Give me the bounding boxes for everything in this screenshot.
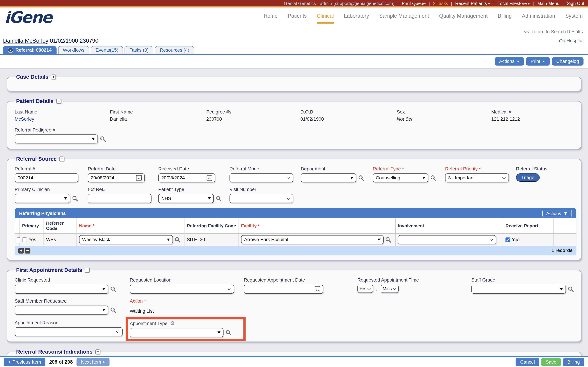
hours-select[interactable]: Hrs: [357, 284, 373, 293]
remove-row-button[interactable]: −: [25, 248, 30, 253]
tab-referral[interactable]: × Referral: 000214: [3, 46, 56, 54]
staff-member-requested-dropdown[interactable]: [15, 306, 108, 315]
search-icon[interactable]: [110, 307, 117, 313]
billing-button[interactable]: Billing: [563, 358, 584, 366]
department-dropdown[interactable]: [301, 173, 356, 182]
calendar-icon[interactable]: 31: [136, 175, 142, 181]
print-queue-link[interactable]: Print Queue: [402, 0, 426, 6]
referral-number-input[interactable]: 000214: [15, 173, 78, 182]
record-count: 1 records: [552, 248, 573, 253]
column-header-facility: Facility *: [239, 218, 396, 234]
referring-physicians-actions-button[interactable]: Actions▼: [542, 209, 572, 217]
search-icon[interactable]: [385, 236, 391, 243]
requested-appointment-date-input[interactable]: 31: [244, 284, 323, 294]
search-icon[interactable]: [174, 236, 181, 243]
primary-clinician-dropdown[interactable]: [15, 194, 70, 203]
collapse-icon[interactable]: −: [56, 99, 61, 104]
ou-hospital-link[interactable]: Hospital: [567, 38, 584, 43]
referral-mode-select[interactable]: [230, 173, 293, 182]
recent-patients-menu[interactable]: Recent Patients▼: [455, 0, 490, 6]
involvement-select[interactable]: [398, 235, 496, 244]
search-icon[interactable]: [110, 286, 117, 292]
minutes-select[interactable]: Mins: [380, 284, 398, 293]
requested-location-select[interactable]: [130, 284, 234, 294]
column-header-receive-report: Receive Report: [503, 218, 554, 234]
next-item-button[interactable]: Next Item >: [77, 358, 110, 366]
last-name-label: Last Name: [15, 109, 37, 115]
ext-ref-input[interactable]: [88, 194, 152, 203]
collapse-icon[interactable]: −: [85, 267, 90, 273]
tasks-link[interactable]: 2 Tasks: [433, 0, 448, 6]
referral-date-value: 20/08/2024: [91, 175, 114, 181]
nav-quality-management[interactable]: Quality Management: [439, 13, 488, 24]
changelog-button[interactable]: Changelog: [552, 57, 583, 66]
referral-pedigree-dropdown[interactable]: [15, 134, 98, 143]
nav-sample-management[interactable]: Sample Management: [379, 13, 429, 24]
calendar-icon[interactable]: 31: [207, 175, 212, 181]
clinic-requested-dropdown[interactable]: [15, 284, 108, 294]
primary-checkbox[interactable]: [22, 237, 27, 242]
triage-status-badge[interactable]: Triage: [516, 173, 540, 182]
add-row-button[interactable]: +: [18, 248, 24, 253]
search-icon[interactable]: [430, 175, 436, 181]
nav-billing[interactable]: Billing: [498, 13, 512, 24]
separator: |: [563, 0, 564, 6]
tab-events[interactable]: Events(15): [91, 46, 123, 54]
column-header-referrer-code: Referrer Code: [44, 218, 77, 234]
tab-tasks[interactable]: Tasks (0): [125, 46, 154, 54]
search-icon[interactable]: [358, 175, 364, 181]
cancel-button[interactable]: Cancel: [516, 358, 539, 366]
tab-workflows[interactable]: Workflows: [58, 46, 89, 54]
nav-clinical[interactable]: Clinical: [317, 13, 334, 24]
return-to-search-link[interactable]: << Return to Search Results: [524, 29, 583, 34]
last-name-link[interactable]: McSorley: [15, 116, 34, 122]
receive-report-checkbox[interactable]: [505, 237, 510, 242]
local-filestore-menu[interactable]: Local Filestore▼: [497, 0, 530, 6]
physician-name-dropdown[interactable]: Wesley Black: [79, 235, 173, 244]
main-nav: Home Patients Clinical Laboratory Sample…: [264, 13, 583, 24]
staff-grade-dropdown[interactable]: [471, 284, 566, 294]
nav-laboratory[interactable]: Laboratory: [344, 13, 369, 24]
caret-down-icon: ▼: [488, 2, 490, 5]
expand-icon[interactable]: +: [51, 75, 56, 79]
facility-dropdown[interactable]: Arrowe Park Hospital: [241, 235, 384, 244]
actions-button[interactable]: Actions▼: [495, 57, 524, 66]
search-icon[interactable]: [225, 329, 232, 335]
case-details-title: Case Details: [16, 74, 49, 80]
previous-item-button[interactable]: < Previous Item: [4, 358, 45, 366]
tab-resources[interactable]: Resources (4): [155, 46, 194, 54]
main-menu-link[interactable]: Main Menu: [537, 0, 560, 6]
received-date-label: Received Date: [158, 166, 189, 172]
collapse-icon[interactable]: −: [59, 156, 64, 161]
collapse-icon[interactable]: −: [95, 349, 100, 354]
patient-name-link[interactable]: Daniella McSorley: [3, 37, 48, 44]
search-icon[interactable]: [72, 195, 78, 201]
referral-date-input[interactable]: 20/08/202431: [88, 173, 145, 182]
dropdown-arrow-icon: [208, 197, 211, 200]
sign-out-link[interactable]: Sign Out: [567, 0, 584, 6]
appointment-reason-select[interactable]: [15, 327, 123, 336]
nav-administration[interactable]: Administration: [522, 13, 555, 24]
nav-system[interactable]: System: [565, 13, 583, 24]
close-icon[interactable]: ×: [8, 48, 13, 53]
tab-workflows-label: Workflows: [63, 48, 84, 53]
tab-referral-label: Referral: 000214: [15, 48, 52, 53]
referral-priority-select[interactable]: 3 - Important: [445, 173, 509, 182]
appointment-type-dropdown[interactable]: [130, 328, 224, 337]
search-icon[interactable]: [100, 136, 106, 142]
nav-home[interactable]: Home: [264, 13, 277, 24]
row-select-cell: [15, 234, 20, 246]
print-button[interactable]: Print▼: [526, 57, 550, 66]
gear-icon[interactable]: ⚙: [170, 320, 175, 326]
search-icon[interactable]: [568, 286, 574, 292]
nav-patients[interactable]: Patients: [288, 13, 307, 24]
patient-details-title: Patient Details: [16, 98, 54, 104]
search-icon[interactable]: [216, 195, 222, 201]
save-button[interactable]: Save: [541, 358, 561, 366]
referral-type-dropdown[interactable]: Counselling: [373, 173, 428, 182]
separator: |: [493, 0, 495, 6]
calendar-icon[interactable]: 31: [315, 286, 320, 292]
visit-number-select[interactable]: [230, 194, 293, 203]
received-date-input[interactable]: 20/08/202431: [158, 173, 215, 182]
patient-type-dropdown[interactable]: NHS: [158, 194, 214, 203]
